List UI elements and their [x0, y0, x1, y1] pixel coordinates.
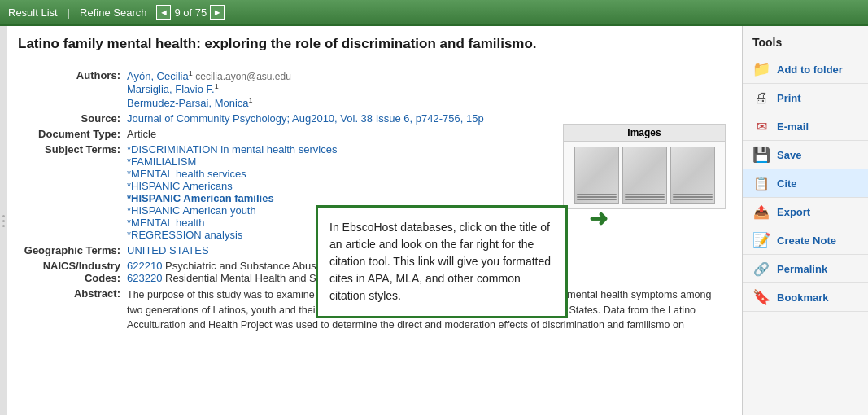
callout-box: In EbscoHost databases, click on the tit… [316, 205, 568, 318]
subject-8[interactable]: *REGRESSION analysis [127, 229, 242, 241]
export-label: Export [777, 206, 810, 218]
geo-terms-link[interactable]: UNITED STATES [127, 244, 209, 256]
sidebar-item-email[interactable]: ✉ E-mail [743, 112, 868, 141]
naics-code-2[interactable]: 623220 [127, 272, 162, 284]
authors-value: Ayón, Cecilia1 cecilia.ayon@asu.edu Mars… [124, 68, 731, 111]
sidebar-title: Tools [743, 33, 868, 55]
print-label: Print [777, 92, 801, 104]
images-header: Images [564, 125, 725, 142]
content-area: Latino family mental health: exploring t… [7, 26, 742, 415]
sidebar-item-permalink[interactable]: 🔗 Permalink [743, 255, 868, 283]
create-note-icon: 📝 [752, 231, 770, 249]
images-box: Images [563, 124, 726, 209]
subject-4[interactable]: *HISPANIC Americans [127, 180, 233, 192]
bookmark-icon: 🔖 [752, 288, 770, 306]
save-icon: 💾 [752, 146, 770, 164]
subject-terms-label: Subject Terms: [18, 142, 124, 243]
permalink-label: Permalink [777, 263, 827, 275]
bookmark-label: Bookmark [777, 291, 829, 304]
callout-arrow-icon: ➜ [589, 205, 608, 232]
subject-6[interactable]: *HISPANIC American youth [127, 204, 256, 217]
folder-icon: 📁 [752, 60, 770, 78]
cite-icon: 📋 [752, 174, 770, 192]
doc-type-label: Document Type: [18, 126, 124, 142]
abstract-label: Abstract: [18, 286, 124, 335]
sidebar-item-bookmark[interactable]: 🔖 Bookmark [743, 283, 868, 312]
subject-3[interactable]: *MENTAL health services [127, 168, 246, 180]
author-3-link[interactable]: Bermudez-Parsai, Monica [127, 97, 249, 109]
image-thumb-2[interactable] [622, 147, 667, 204]
author-1-email: cecilia.ayon@asu.edu [195, 71, 291, 82]
email-label: E-mail [777, 120, 809, 133]
cite-label: Cite [777, 177, 797, 190]
drag-handle[interactable] [0, 26, 7, 415]
sidebar: Tools 📁 Add to folder 🖨 Print ✉ E-mail � [742, 26, 868, 415]
author-1-link[interactable]: Ayón, Cecilia [127, 70, 189, 82]
create-note-label: Create Note [777, 234, 836, 247]
refine-search-link[interactable]: Refine Search [80, 7, 146, 19]
email-icon: ✉ [752, 117, 770, 135]
subject-7[interactable]: *MENTAL health [127, 217, 204, 229]
author-2-link[interactable]: Marsiglia, Flavio F. [127, 84, 215, 96]
permalink-icon: 🔗 [752, 260, 770, 278]
naics-label: NAICS/Industry Codes: [18, 258, 124, 286]
source-label: Source: [18, 111, 124, 126]
sidebar-item-cite[interactable]: 📋 Cite [743, 169, 868, 198]
pagination: ◄ 9 of 75 ► [156, 5, 225, 20]
image-thumb-1[interactable] [574, 147, 619, 204]
subject-1[interactable]: *DISCRIMINATION in mental health service… [127, 143, 337, 155]
sidebar-item-add-to-folder[interactable]: 📁 Add to folder [743, 55, 868, 84]
images-content [564, 142, 725, 208]
export-icon: 📤 [752, 203, 770, 221]
geo-terms-label: Geographic Terms: [18, 243, 124, 258]
prev-page-button[interactable]: ◄ [156, 5, 171, 20]
authors-row: Authors: Ayón, Cecilia1 cecilia.ayon@asu… [18, 68, 731, 111]
next-page-button[interactable]: ► [210, 5, 225, 20]
sidebar-item-save[interactable]: 💾 Save [743, 141, 868, 169]
page-count: 9 of 75 [174, 7, 207, 19]
subject-5[interactable]: *HISPANIC American families [127, 192, 274, 204]
save-label: Save [777, 149, 801, 161]
authors-label: Authors: [18, 68, 124, 111]
print-icon: 🖨 [752, 89, 770, 107]
sidebar-item-create-note[interactable]: 📝 Create Note [743, 226, 868, 255]
sidebar-item-print[interactable]: 🖨 Print [743, 84, 868, 112]
add-to-folder-label: Add to folder [777, 63, 843, 76]
main-layout: Latino family mental health: exploring t… [0, 26, 868, 415]
sidebar-item-export[interactable]: 📤 Export [743, 198, 868, 226]
top-nav: Result List | Refine Search ◄ 9 of 75 ► [0, 0, 868, 26]
subject-2[interactable]: *FAMILIALISM [127, 155, 196, 168]
result-list-link[interactable]: Result List [8, 7, 58, 19]
article-title: Latino family mental health: exploring t… [18, 36, 731, 59]
naics-code-1[interactable]: 622210 [127, 260, 162, 272]
image-thumb-3[interactable] [670, 147, 715, 204]
